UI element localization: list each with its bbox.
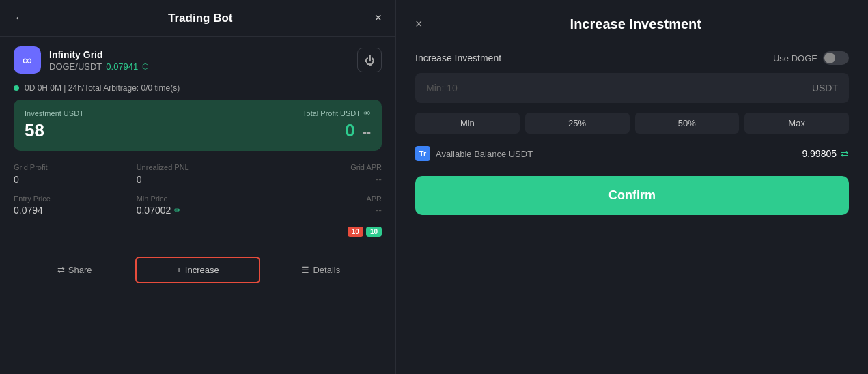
apr-item: APR -- bbox=[259, 195, 382, 216]
grid-apr-stat: Grid APR -- bbox=[259, 163, 382, 185]
back-button[interactable]: ← bbox=[14, 11, 26, 25]
balance-left: Tr Available Balance USDT bbox=[415, 146, 533, 161]
preset-50-button[interactable]: 50% bbox=[635, 113, 740, 134]
investment-label: Investment USDT bbox=[25, 109, 84, 117]
panel-title: Trading Bot bbox=[168, 12, 232, 25]
price-row: Entry Price 0.0794 Min Price 0.07002 ✏ A… bbox=[0, 189, 395, 221]
entry-price-item: Entry Price 0.0794 bbox=[14, 195, 137, 216]
min-price-value: 0.07002 ✏ bbox=[137, 205, 260, 216]
bot-info-row: ∞ Infinity Grid DOGE/USDT 0.07941 ⬡ ⏻ bbox=[0, 37, 395, 83]
grid-profit-stat: Grid Profit 0 bbox=[14, 163, 137, 185]
grid-apr-value: -- bbox=[376, 174, 382, 185]
right-header: × Increase Investment bbox=[415, 16, 849, 32]
toggle-thumb bbox=[824, 53, 835, 63]
investment-right: Total Profit USDT 👁 0 -- bbox=[303, 109, 371, 141]
preset-row: Min 25% 50% Max bbox=[415, 113, 849, 134]
unrealized-pnl-value: 0 bbox=[137, 174, 260, 185]
power-button[interactable]: ⏻ bbox=[357, 48, 382, 72]
balance-row: Tr Available Balance USDT 9.99805 ⇄ bbox=[415, 146, 849, 161]
share-button[interactable]: ⇄ Share bbox=[14, 257, 135, 283]
entry-price-value: 0.0794 bbox=[14, 205, 137, 216]
grid-apr-label: Grid APR bbox=[350, 163, 382, 171]
bot-pair-label: DOGE/USDT bbox=[49, 61, 102, 72]
investment-card: Investment USDT 58 Total Profit USDT 👁 0… bbox=[14, 100, 382, 151]
apr-label: APR bbox=[366, 195, 382, 203]
input-placeholder: Min: 10 bbox=[426, 83, 458, 94]
total-profit-value: 0 -- bbox=[303, 120, 371, 141]
preset-min-button[interactable]: Min bbox=[415, 113, 520, 134]
investment-left: Investment USDT 58 bbox=[25, 109, 84, 141]
bot-name-info: Infinity Grid DOGE/USDT 0.07941 ⬡ bbox=[49, 49, 349, 72]
balance-value: 9.99805 ⇄ bbox=[802, 148, 849, 159]
panel-header: ← Trading Bot × bbox=[0, 0, 395, 37]
preset-max-button[interactable]: Max bbox=[744, 113, 849, 134]
status-text: 0D 0H 0M | 24h/Total Arbitrage: 0/0 time… bbox=[25, 83, 180, 93]
investment-input-box[interactable]: Min: 10 USDT bbox=[415, 73, 849, 103]
details-button[interactable]: ☰ Details bbox=[260, 257, 382, 283]
confirm-button[interactable]: Confirm bbox=[415, 176, 849, 215]
close-panel-button[interactable]: × bbox=[374, 11, 382, 25]
status-dot bbox=[14, 85, 19, 91]
use-doge-label: Use DOGE bbox=[773, 53, 817, 63]
plus-icon: + bbox=[176, 265, 182, 275]
investment-value: 58 bbox=[25, 120, 84, 141]
badge-row: 10 10 bbox=[0, 221, 395, 242]
bot-icon: ∞ bbox=[14, 46, 41, 74]
entry-price-label: Entry Price bbox=[14, 195, 137, 203]
preset-25-button[interactable]: 25% bbox=[525, 113, 630, 134]
bot-pair-row: DOGE/USDT 0.07941 ⬡ bbox=[49, 61, 349, 72]
apr-value: -- bbox=[376, 205, 382, 216]
tr-icon: Tr bbox=[415, 146, 430, 161]
increase-label-row: Increase Investment Use DOGE bbox=[415, 51, 849, 65]
action-bar: ⇄ Share + Increase ☰ Details bbox=[14, 248, 382, 283]
grid-profit-value: 0 bbox=[14, 174, 137, 185]
unrealized-pnl-stat: Unrealized PNL 0 bbox=[137, 163, 260, 185]
increase-button[interactable]: + Increase bbox=[135, 257, 260, 283]
grid-profit-label: Grid Profit bbox=[14, 163, 137, 171]
badge-red: 10 bbox=[348, 227, 363, 237]
unrealized-pnl-label: Unrealized PNL bbox=[137, 163, 260, 171]
bot-price: 0.07941 bbox=[106, 61, 138, 72]
right-close-button[interactable]: × bbox=[415, 17, 423, 31]
edit-icon[interactable]: ✏ bbox=[174, 205, 181, 215]
right-title: Increase Investment bbox=[423, 16, 849, 32]
min-price-label: Min Price bbox=[137, 195, 260, 203]
eye-icon: 👁 bbox=[363, 109, 371, 117]
balance-label: Available Balance USDT bbox=[436, 149, 533, 159]
refresh-icon[interactable]: ⇄ bbox=[841, 148, 849, 159]
status-bar: 0D 0H 0M | 24h/Total Arbitrage: 0/0 time… bbox=[0, 83, 395, 100]
badge-green: 10 bbox=[366, 227, 382, 237]
bot-name: Infinity Grid bbox=[49, 49, 349, 60]
share-icon: ⇄ bbox=[57, 265, 65, 275]
use-doge-toggle[interactable] bbox=[823, 51, 849, 65]
profit-dash: -- bbox=[363, 126, 371, 139]
trading-bot-panel: ← Trading Bot × ∞ Infinity Grid DOGE/USD… bbox=[0, 0, 396, 374]
use-doge-row: Use DOGE bbox=[773, 51, 849, 65]
stats-row: Grid Profit 0 Unrealized PNL 0 Grid APR … bbox=[0, 159, 395, 189]
increase-label: Increase Investment bbox=[415, 53, 501, 63]
input-unit: USDT bbox=[812, 83, 838, 94]
min-price-item: Min Price 0.07002 ✏ bbox=[137, 195, 260, 216]
increase-investment-panel: × Increase Investment Increase Investmen… bbox=[396, 0, 868, 374]
total-profit-label: Total Profit USDT 👁 bbox=[303, 109, 371, 117]
details-icon: ☰ bbox=[301, 265, 309, 275]
chain-icon: ⬡ bbox=[142, 62, 149, 71]
